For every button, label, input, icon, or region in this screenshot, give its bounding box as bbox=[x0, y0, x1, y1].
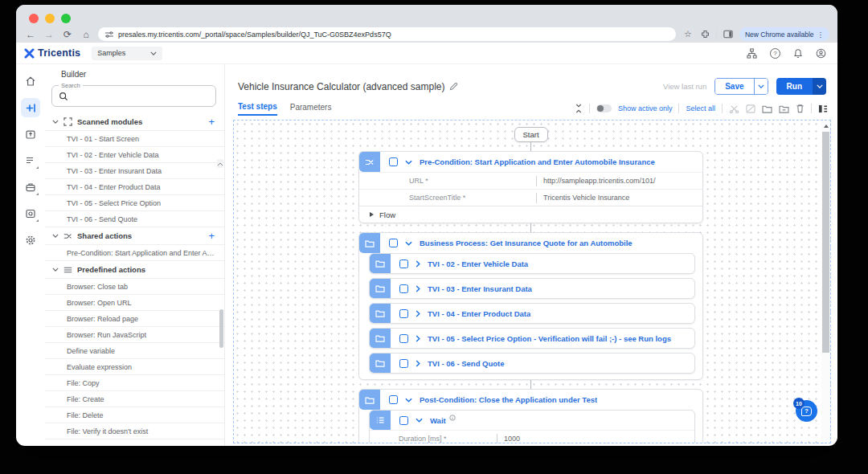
tab-test-steps[interactable]: Test steps bbox=[238, 102, 277, 116]
browser-menu-icon[interactable]: ⋮ bbox=[817, 31, 825, 39]
step-checkbox[interactable] bbox=[399, 334, 408, 343]
workspace-select[interactable]: Samples bbox=[92, 47, 162, 60]
show-active-only-toggle[interactable] bbox=[596, 104, 612, 112]
chevron-down-icon[interactable] bbox=[405, 160, 412, 165]
tree-item[interactable]: File: Copy bbox=[45, 375, 224, 391]
chevron-right-icon[interactable] bbox=[416, 285, 420, 292]
rail-test-runs-icon[interactable] bbox=[21, 151, 40, 170]
step-title[interactable]: TVI - 05 - Select Price Option - Verific… bbox=[428, 334, 671, 343]
tree-item[interactable]: Browser: Reload page bbox=[45, 311, 224, 327]
step-checkbox[interactable] bbox=[399, 416, 408, 425]
tvi-step-card[interactable]: TVI - 06 - Send Quote bbox=[369, 353, 695, 374]
step-checkbox[interactable] bbox=[389, 395, 398, 404]
step-title[interactable]: TVI - 06 - Send Quote bbox=[428, 359, 505, 368]
info-icon[interactable] bbox=[449, 415, 456, 421]
rail-modules-icon[interactable] bbox=[21, 125, 40, 144]
add-module-button[interactable]: + bbox=[208, 116, 215, 128]
run-button[interactable]: Run bbox=[776, 78, 813, 95]
home-button[interactable]: ⌂ bbox=[80, 30, 92, 39]
chrome-update-pill[interactable]: New Chrome available ⋮ bbox=[739, 27, 829, 41]
maximize-window-button[interactable] bbox=[61, 14, 71, 23]
save-dropdown-button[interactable] bbox=[754, 79, 768, 94]
rail-toolbox-icon[interactable] bbox=[21, 178, 40, 197]
chevron-down-icon[interactable] bbox=[52, 120, 59, 124]
step-title[interactable]: Post-Condition: Close the Application un… bbox=[420, 395, 597, 404]
step-checkbox[interactable] bbox=[389, 157, 398, 166]
business-process-card[interactable]: Business Process: Get Insurance Quote fo… bbox=[358, 232, 703, 380]
add-shared-action-button[interactable]: + bbox=[208, 230, 215, 242]
tree-item[interactable]: Browser: Run JavaScript bbox=[45, 327, 224, 343]
step-title[interactable]: TVI - 03 - Enter Insurant Data bbox=[428, 284, 532, 293]
rail-home-icon[interactable] bbox=[21, 72, 40, 91]
tree-item[interactable]: Browser: Close tab bbox=[45, 279, 224, 295]
save-button[interactable]: Save bbox=[715, 79, 753, 94]
group-predefined-actions[interactable]: Predefined actions bbox=[45, 261, 224, 279]
scroll-up-arrow[interactable] bbox=[217, 159, 223, 168]
canvas-scrollbar-thumb[interactable] bbox=[822, 132, 829, 353]
forward-button[interactable]: → bbox=[43, 30, 55, 39]
step-checkbox[interactable] bbox=[399, 309, 408, 318]
run-dropdown-button[interactable] bbox=[813, 78, 826, 95]
back-button[interactable]: ← bbox=[24, 30, 37, 39]
step-title[interactable]: Pre-Condition: Start Application and Ent… bbox=[420, 157, 655, 166]
chevron-down-icon[interactable] bbox=[52, 234, 59, 238]
chevron-right-icon[interactable] bbox=[416, 335, 420, 342]
step-title[interactable]: Wait bbox=[430, 416, 446, 425]
tab-parameters[interactable]: Parameters bbox=[290, 103, 332, 115]
param-value[interactable]: Tricentis Vehicle Insurance bbox=[543, 194, 629, 202]
edit-title-pencil-icon[interactable] bbox=[449, 82, 458, 91]
test-steps-canvas[interactable]: Start Pre-Condition: Start App bbox=[233, 120, 831, 443]
tree-item[interactable]: Evaluate expression bbox=[45, 359, 224, 375]
tree-item[interactable]: TVI - 04 - Enter Product Data bbox=[45, 179, 224, 195]
rail-settings-gear-icon[interactable] bbox=[21, 231, 40, 250]
help-chat-fab[interactable]: ? 10 bbox=[793, 398, 817, 422]
scroll-up-arrow[interactable] bbox=[821, 121, 830, 131]
tree-item[interactable]: TVI - 03 - Enter Insurant Data bbox=[45, 163, 224, 179]
details-panel-icon[interactable] bbox=[818, 104, 828, 113]
step-checkbox[interactable] bbox=[399, 359, 408, 368]
group-shared-actions[interactable]: Shared actions + bbox=[45, 227, 224, 245]
minimize-window-button[interactable] bbox=[45, 14, 55, 23]
extensions-icon[interactable] bbox=[701, 30, 710, 39]
tree-item[interactable]: Pre-Condition: Start Application and Ent… bbox=[45, 245, 224, 261]
search-input[interactable]: Search bbox=[51, 85, 216, 107]
step-checkbox[interactable] bbox=[399, 284, 408, 293]
tvi-step-card[interactable]: TVI - 02 - Enter Vehicle Data bbox=[369, 253, 695, 274]
chevron-right-icon[interactable] bbox=[416, 260, 420, 268]
tvi-step-card[interactable]: TVI - 03 - Enter Insurant Data bbox=[369, 278, 695, 299]
close-window-button[interactable] bbox=[29, 14, 39, 23]
group-scanned-modules[interactable]: Scanned modules + bbox=[45, 113, 224, 131]
chevron-right-icon[interactable] bbox=[416, 310, 420, 317]
param-value[interactable]: 1000 bbox=[504, 435, 520, 443]
rail-builder-icon[interactable] bbox=[21, 98, 40, 117]
post-condition-card[interactable]: Post-Condition: Close the Application un… bbox=[358, 389, 703, 443]
wait-step-card[interactable]: Wait Duration [ms] * 1000 bbox=[369, 410, 695, 443]
param-value[interactable]: http://sampleapp.tricentis.com/101/ bbox=[543, 177, 656, 185]
org-structure-icon[interactable] bbox=[747, 48, 757, 59]
account-avatar-icon[interactable] bbox=[816, 48, 826, 59]
tree-item[interactable]: File: Verify it doesn't exist bbox=[45, 423, 224, 439]
tree-item[interactable]: TVI - 06 - Send Quote bbox=[45, 211, 224, 227]
panel-scrollbar-thumb[interactable] bbox=[219, 309, 223, 348]
flow-expander[interactable]: Flow bbox=[359, 206, 702, 223]
bookmark-star-icon[interactable]: ☆ bbox=[682, 30, 694, 39]
show-active-only-label[interactable]: Show active only bbox=[618, 104, 673, 112]
tree-item[interactable]: File: Delete bbox=[45, 407, 224, 423]
canvas-scrollbar[interactable] bbox=[821, 121, 830, 443]
ungroup-folder-icon[interactable] bbox=[779, 104, 789, 113]
tree-item[interactable]: Browser: Open URL bbox=[45, 295, 224, 311]
tree-item[interactable]: TVI - 01 - Start Screen bbox=[45, 131, 224, 147]
reload-button[interactable]: ⟳ bbox=[61, 30, 74, 39]
select-all-link[interactable]: Select all bbox=[686, 104, 715, 112]
chevron-down-icon[interactable] bbox=[405, 398, 412, 402]
notifications-bell-icon[interactable] bbox=[793, 48, 803, 59]
site-settings-icon[interactable] bbox=[105, 31, 113, 38]
disable-step-icon[interactable] bbox=[746, 104, 755, 113]
pre-condition-card[interactable]: Pre-Condition: Start Application and Ent… bbox=[358, 151, 703, 223]
chevron-down-icon[interactable] bbox=[405, 241, 412, 246]
tree-item[interactable]: Define variable bbox=[45, 343, 224, 359]
chevron-down-icon[interactable] bbox=[52, 268, 59, 272]
help-icon[interactable]: ? bbox=[770, 48, 780, 59]
folder-icon[interactable] bbox=[762, 104, 772, 113]
step-title[interactable]: Business Process: Get Insurance Quote fo… bbox=[420, 239, 633, 247]
